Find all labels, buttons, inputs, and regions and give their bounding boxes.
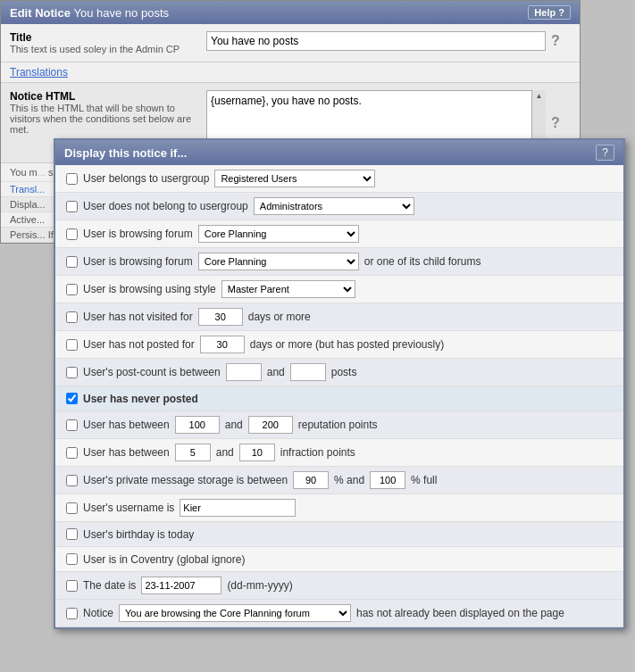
condition-username: User's username is: [55, 494, 623, 522]
or-one-its-child: or one of its child forums: [364, 255, 481, 268]
condition-browsing-forum-child: User is browsing forum Core Planning Gen…: [55, 248, 623, 276]
pm-storage-mid: % and: [334, 474, 364, 486]
modal-help-button[interactable]: ?: [596, 145, 614, 161]
post-count-and: and: [267, 366, 285, 378]
coventry-label: User is in Coventry (global ignore): [83, 553, 245, 566]
belongs-usergroup-checkbox[interactable]: [66, 173, 78, 185]
username-checkbox[interactable]: [66, 502, 78, 514]
pm-storage-min[interactable]: [293, 471, 329, 489]
browsing-forum-select[interactable]: Core Planning General Discussion: [198, 225, 359, 243]
condition-pm-storage: User's private message storage is betwee…: [55, 467, 623, 494]
condition-coventry: User is in Coventry (global ignore): [55, 547, 623, 572]
condition-browsing-forum: User is browsing forum Core Planning Gen…: [55, 220, 623, 248]
modal-title: Display this notice if...: [64, 146, 187, 160]
not-belong-usergroup-select[interactable]: Administrators Registered Users: [254, 197, 414, 215]
condition-not-visited: User has not visited for days or more: [55, 303, 623, 331]
reputation-checkbox[interactable]: [66, 419, 78, 431]
notice-html-label: Notice HTML This is the HTML that will b…: [10, 90, 197, 135]
browsing-forum-checkbox[interactable]: [66, 228, 78, 240]
condition-never-posted: User has never posted: [55, 386, 623, 411]
title-help-icon[interactable]: ?: [551, 33, 560, 49]
belongs-usergroup-label: User belongs to usergroup: [83, 172, 209, 185]
title-section: Title This text is used soley in the Adm…: [1, 24, 580, 62]
title-label: Title This text is used soley in the Adm…: [10, 31, 197, 54]
reputation-max[interactable]: [248, 416, 293, 434]
not-belong-usergroup-checkbox[interactable]: [66, 201, 78, 212]
condition-browsing-style: User is browsing using style Master Pare…: [55, 276, 623, 303]
notice-select[interactable]: You are browsing the Core Planning forum…: [119, 604, 351, 622]
main-header-title: Edit Notice You have no posts: [10, 6, 169, 20]
help-label: Help: [534, 7, 556, 18]
title-input-wrapper: ?: [206, 31, 571, 51]
browsing-forum-child-select[interactable]: Core Planning General Discussion: [198, 253, 359, 270]
scroll-up-icon[interactable]: ▲: [534, 90, 545, 102]
title-desc: This text is used soley in the Admin CP: [10, 44, 197, 54]
translations-link[interactable]: Translations: [10, 66, 68, 79]
post-count-max[interactable]: [290, 363, 326, 381]
help-button[interactable]: Help ?: [528, 5, 571, 20]
pm-storage-suffix: % full: [411, 474, 437, 486]
infraction-max[interactable]: [239, 444, 275, 461]
reputation-min[interactable]: [175, 416, 220, 434]
condition-reputation: User has between and reputation points: [55, 411, 623, 439]
main-header: Edit Notice You have no posts Help ?: [1, 1, 580, 24]
date-label: The date is: [83, 579, 136, 592]
header-subtitle: You have no posts: [74, 6, 170, 20]
title-input[interactable]: [206, 31, 546, 51]
never-posted-checkbox[interactable]: [66, 393, 78, 404]
reputation-suffix: reputation points: [298, 419, 378, 431]
infraction-min[interactable]: [175, 444, 211, 461]
browsing-style-select[interactable]: Master Parent Default: [221, 280, 355, 298]
date-suffix: (dd-mm-yyyy): [227, 579, 292, 592]
notice-suffix: has not already been displayed on the pa…: [356, 607, 564, 619]
infraction-label: User has between: [83, 446, 170, 459]
modal-body: User belongs to usergroup Registered Use…: [55, 165, 623, 627]
not-visited-label: User has not visited for: [83, 311, 193, 323]
not-belong-usergroup-label: User does not belong to usergroup: [83, 200, 248, 212]
browsing-forum-child-checkbox[interactable]: [66, 256, 78, 268]
notice-html-label-text: Notice HTML: [10, 90, 197, 103]
infraction-and: and: [216, 446, 234, 459]
date-input[interactable]: [141, 577, 221, 594]
help-icon: ?: [558, 7, 564, 18]
post-count-min[interactable]: [226, 363, 262, 381]
condition-birthday: User's birthday is today: [55, 522, 623, 547]
header-title-text: Edit Notice: [10, 6, 74, 20]
title-label-text: Title: [10, 31, 197, 44]
notice-html-desc: This is the HTML that will be shown to v…: [10, 103, 197, 135]
not-posted-label: User has not posted for: [83, 338, 195, 351]
reputation-label: User has between: [83, 419, 170, 431]
post-count-suffix: posts: [331, 366, 357, 378]
birthday-label: User's birthday is today: [83, 528, 194, 541]
condition-notice-displayed: Notice You are browsing the Core Plannin…: [55, 600, 623, 627]
infraction-suffix: infraction points: [280, 446, 355, 459]
condition-belongs-usergroup: User belongs to usergroup Registered Use…: [55, 165, 623, 193]
browsing-forum-child-label: User is browsing forum: [83, 255, 193, 268]
browsing-forum-label: User is browsing forum: [83, 228, 193, 240]
not-visited-checkbox[interactable]: [66, 311, 78, 323]
notice-html-help-icon[interactable]: ?: [551, 115, 560, 131]
pm-storage-max[interactable]: [370, 471, 405, 489]
infraction-checkbox[interactable]: [66, 447, 78, 459]
not-posted-checkbox[interactable]: [66, 339, 78, 351]
coventry-checkbox[interactable]: [66, 553, 78, 565]
username-label: User's username is: [83, 502, 174, 514]
not-posted-suffix: days or more (but has posted previously): [250, 338, 444, 351]
translations-row: Translations: [1, 62, 580, 83]
notice-displayed-checkbox[interactable]: [66, 608, 78, 619]
pm-storage-checkbox[interactable]: [66, 475, 78, 486]
belongs-usergroup-select[interactable]: Registered Users Administrators Moderato…: [214, 170, 375, 187]
birthday-checkbox[interactable]: [66, 528, 78, 540]
post-count-checkbox[interactable]: [66, 367, 78, 378]
notice-label: Notice: [83, 607, 113, 619]
not-posted-input[interactable]: [200, 336, 245, 353]
date-checkbox[interactable]: [66, 580, 78, 592]
condition-post-count: User's post-count is between and posts: [55, 359, 623, 386]
post-count-label: User's post-count is between: [83, 366, 221, 378]
not-visited-input[interactable]: [198, 308, 243, 326]
condition-date: The date is (dd-mm-yyyy): [55, 572, 623, 600]
condition-infraction: User has between and infraction points: [55, 439, 623, 467]
modal-header: Display this notice if... ?: [55, 140, 623, 165]
browsing-style-checkbox[interactable]: [66, 284, 78, 295]
username-input[interactable]: [180, 499, 296, 517]
